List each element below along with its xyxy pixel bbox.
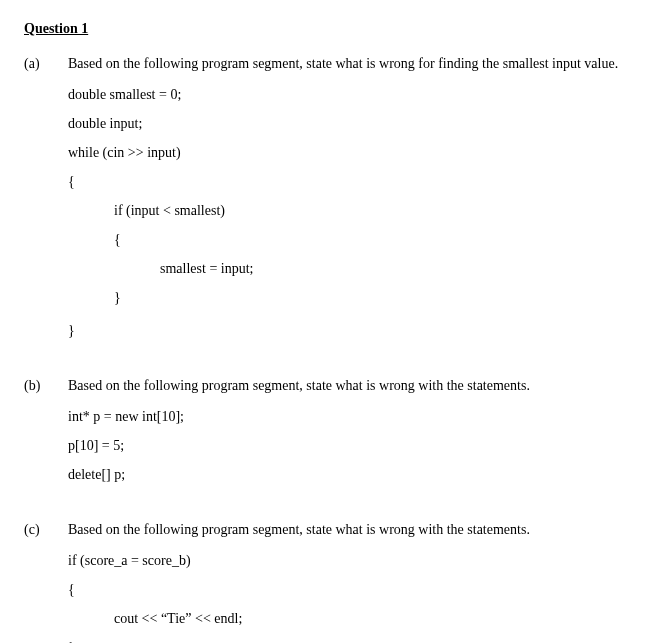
code-line: {	[68, 171, 622, 192]
part-c: (c) Based on the following program segme…	[24, 519, 622, 643]
part-b-label: (b)	[24, 375, 68, 493]
part-c-label: (c)	[24, 519, 68, 643]
code-line: delete[] p;	[68, 464, 622, 485]
code-line: smallest = input;	[68, 258, 622, 279]
part-a-label: (a)	[24, 53, 68, 349]
part-b-prompt: Based on the following program segment, …	[68, 375, 622, 396]
part-a: (a) Based on the following program segme…	[24, 53, 622, 349]
code-line: int* p = new int[10];	[68, 406, 622, 427]
part-b-content: Based on the following program segment, …	[68, 375, 622, 493]
part-c-prompt: Based on the following program segment, …	[68, 519, 622, 540]
code-line: double smallest = 0;	[68, 84, 622, 105]
code-line: if (score_a = score_b)	[68, 550, 622, 571]
code-line: double input;	[68, 113, 622, 134]
code-line: {	[68, 579, 622, 600]
code-line: }	[68, 637, 622, 643]
code-line: if (input < smallest)	[68, 200, 622, 221]
code-line: while (cin >> input)	[68, 142, 622, 163]
code-line: }	[68, 320, 622, 341]
part-a-content: Based on the following program segment, …	[68, 53, 622, 349]
question-title: Question 1	[24, 18, 622, 39]
code-line: {	[68, 229, 622, 250]
part-b: (b) Based on the following program segme…	[24, 375, 622, 493]
code-line: p[10] = 5;	[68, 435, 622, 456]
code-line: }	[68, 287, 622, 308]
part-c-content: Based on the following program segment, …	[68, 519, 622, 643]
code-line: cout << “Tie” << endl;	[68, 608, 622, 629]
part-a-prompt: Based on the following program segment, …	[68, 53, 622, 74]
